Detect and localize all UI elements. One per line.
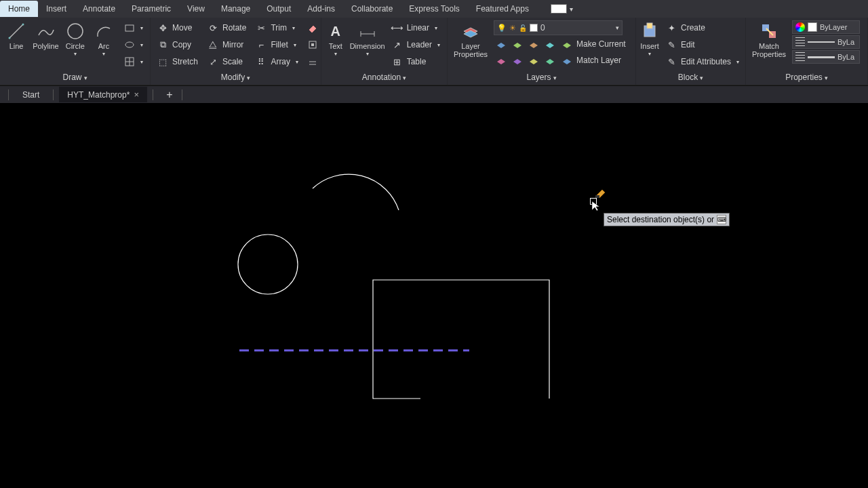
panel-annotation-title[interactable]: Annotation▾ (321, 70, 447, 85)
shape-arc[interactable] (313, 174, 399, 210)
layer-btn-6[interactable] (510, 53, 525, 68)
copy-button[interactable]: ⧉Copy (155, 37, 201, 52)
menu-tab-expresstools[interactable]: Express Tools (401, 1, 467, 17)
sun-icon (509, 23, 516, 33)
shape-circle[interactable] (238, 235, 298, 294)
insert-button[interactable]: Insert ▾ (640, 20, 659, 70)
lock-icon (519, 23, 527, 33)
layer-btn-8[interactable] (542, 53, 557, 68)
ellipse-button[interactable]: ▾ (121, 37, 146, 52)
arc-button[interactable]: Arc ▾ (92, 20, 116, 70)
panel-properties: Match Properties ByLayer ByLa ByLa Prope… (746, 18, 868, 85)
svg-rect-10 (311, 43, 314, 46)
menu-tab-home[interactable]: Home (0, 1, 38, 17)
svg-point-1 (9, 37, 11, 39)
ribbon: Line Polyline Circle ▾ Arc ▾ ▾ ▾ ▾ Dr (0, 18, 868, 85)
layer-btn-7[interactable] (526, 53, 541, 68)
panel-layers-title[interactable]: Layers▾ (448, 70, 635, 85)
brush-icon (595, 188, 609, 198)
layer-btn-5[interactable] (494, 53, 509, 68)
tab-document-label: HYT_Matchprop* (67, 90, 130, 100)
lines-icon (795, 52, 805, 62)
add-tab-button[interactable]: + (163, 88, 176, 102)
drawing-tabs: Start HYT_Matchprop* × + (0, 85, 868, 103)
rect-button[interactable]: ▾ (121, 20, 146, 35)
layer-btn-4[interactable] (542, 37, 557, 52)
match-layer-button[interactable]: Match Layer (559, 53, 624, 68)
lightbulb-icon (497, 23, 507, 33)
menu-tab-output[interactable]: Output (258, 1, 299, 17)
svg-point-5 (125, 42, 134, 47)
leader-button[interactable]: ↗Leader▾ (389, 37, 443, 52)
trim-button[interactable]: ✂Trim▾ (253, 20, 301, 35)
color-dropdown[interactable]: ByLayer (792, 20, 860, 34)
layer-properties-button[interactable]: Layer Properties (452, 20, 490, 70)
linear-button[interactable]: ⟷Linear▾ (389, 20, 443, 35)
panel-modify-title[interactable]: Modify▾ (151, 70, 321, 85)
rotate-button[interactable]: ⟳Rotate (205, 20, 249, 35)
panel-draw: Line Polyline Circle ▾ Arc ▾ ▾ ▾ ▾ Dr (0, 18, 151, 85)
input-marker-icon: ⌨ (717, 215, 726, 224)
lines-icon (795, 37, 805, 47)
panel-block-title[interactable]: Block▾ (636, 70, 745, 85)
scale-button[interactable]: ⤢Scale (205, 54, 249, 69)
text-button[interactable]: A Text ▾ (326, 20, 346, 70)
panel-properties-title[interactable]: Properties▾ (746, 70, 867, 85)
layer-btn-3[interactable] (526, 37, 541, 52)
shape-rectangle[interactable] (373, 280, 549, 399)
drawing-svg (0, 103, 868, 488)
command-tooltip: Select destination object(s) or ⌨ (604, 213, 730, 226)
menu-tab-collaborate[interactable]: Collaborate (343, 1, 401, 17)
flag-icon[interactable] (551, 4, 567, 14)
menu-tab-view[interactable]: View (179, 1, 213, 17)
lineweight-dropdown[interactable]: ByLa (792, 35, 860, 49)
panel-annotation: A Text ▾ Dimension ▾ ⟷Linear▾ ↗Leader▾ ⊞… (321, 18, 448, 85)
menu-tab-parametric[interactable]: Parametric (123, 1, 179, 17)
line-button[interactable]: Line (4, 20, 28, 70)
close-icon[interactable]: × (134, 89, 139, 100)
flag-dropdown[interactable]: ▾ (570, 5, 573, 13)
arrow-cursor-icon (591, 201, 602, 211)
fillet-button[interactable]: ⌐Fillet▾ (253, 37, 301, 52)
svg-line-0 (9, 24, 23, 38)
mirror-button[interactable]: ⧋Mirror (205, 37, 249, 52)
offset-button[interactable] (305, 54, 320, 69)
panel-modify: ✥Move ⧉Copy ⬚Stretch ⟳Rotate ⧋Mirror ⤢Sc… (151, 18, 321, 85)
linetype-dropdown[interactable]: ByLa (792, 50, 860, 64)
drawing-canvas[interactable]: Select destination object(s) or ⌨ (0, 103, 868, 488)
menu-tab-manage[interactable]: Manage (213, 1, 258, 17)
circle-button[interactable]: Circle ▾ (63, 20, 87, 70)
layer-dropdown[interactable]: 0 ▾ (494, 20, 623, 35)
move-button[interactable]: ✥Move (155, 20, 201, 35)
match-properties-button[interactable]: Match Properties (750, 20, 788, 70)
menu-tab-annotate[interactable]: Annotate (75, 1, 123, 17)
edit-attributes-button[interactable]: ✎Edit Attributes▾ (663, 54, 742, 69)
panel-layers: Layer Properties 0 ▾ Make Current (448, 18, 636, 85)
svg-point-2 (22, 24, 24, 26)
dimension-button[interactable]: Dimension ▾ (350, 20, 385, 70)
tab-document[interactable]: HYT_Matchprop* × (59, 87, 147, 102)
svg-point-3 (68, 24, 83, 39)
layer-btn-1[interactable] (494, 37, 509, 52)
menu-bar: Home Insert Annotate Parametric View Man… (0, 0, 868, 18)
menu-tab-featuredapps[interactable]: Featured Apps (468, 1, 537, 17)
tooltip-text: Select destination object(s) or (607, 215, 714, 224)
menu-tab-insert[interactable]: Insert (38, 1, 75, 17)
polyline-button[interactable]: Polyline (33, 20, 59, 70)
edit-block-button[interactable]: ✎Edit (663, 37, 742, 52)
explode-button[interactable] (305, 37, 320, 52)
hatch-button[interactable]: ▾ (121, 54, 146, 69)
svg-rect-15 (647, 23, 652, 28)
stretch-button[interactable]: ⬚Stretch (155, 54, 201, 69)
make-current-button[interactable]: Make Current (559, 37, 629, 52)
color-swatch (530, 24, 538, 32)
tab-start[interactable]: Start (14, 87, 47, 102)
svg-rect-4 (125, 25, 134, 31)
layer-btn-2[interactable] (510, 37, 525, 52)
create-block-button[interactable]: ✦Create (663, 20, 742, 35)
table-button[interactable]: ⊞Table (389, 54, 443, 69)
erase-button[interactable] (305, 20, 320, 35)
menu-tab-addins[interactable]: Add-ins (299, 1, 343, 17)
panel-draw-title[interactable]: Draw▾ (0, 70, 150, 85)
array-button[interactable]: ⠿Array▾ (253, 54, 301, 69)
